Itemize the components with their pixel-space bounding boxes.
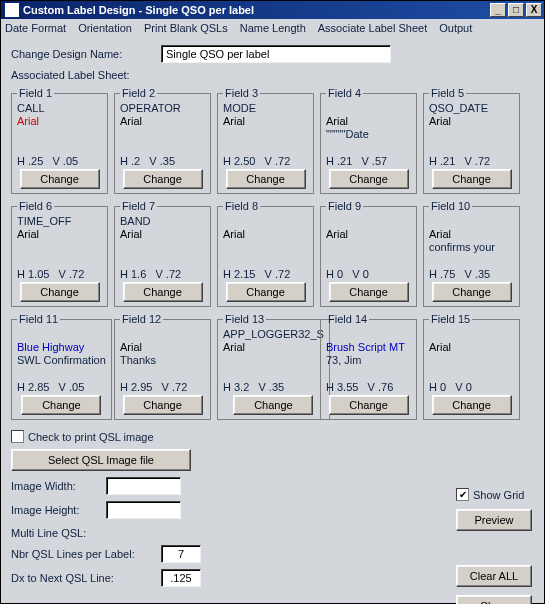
field-7: Field 7BANDArialH 1.6 V .72Change bbox=[114, 200, 211, 307]
menu-date-format[interactable]: Date Format bbox=[5, 22, 66, 34]
field-hv: H .21 V .57 bbox=[326, 155, 411, 167]
field-font: Arial bbox=[120, 228, 205, 241]
check-qsl-image[interactable]: Check to print QSL image bbox=[11, 430, 154, 443]
nbr-lines-input[interactable] bbox=[161, 545, 201, 563]
field-hv: H .25 V .05 bbox=[17, 155, 102, 167]
design-name-label: Change Design Name: bbox=[11, 48, 161, 60]
change-button[interactable]: Change bbox=[123, 395, 203, 415]
window-title: Custom Label Design - Single QSO per lab… bbox=[23, 4, 254, 16]
field-hv: H .2 V .35 bbox=[120, 155, 205, 167]
field-line1: TIME_OFF bbox=[17, 215, 102, 228]
field-line1 bbox=[326, 328, 411, 341]
change-button[interactable]: Change bbox=[329, 395, 409, 415]
app-icon bbox=[5, 3, 19, 17]
field-legend: Field 8 bbox=[223, 200, 260, 212]
change-button[interactable]: Change bbox=[123, 169, 203, 189]
field-line1: APP_LOGGER32_S bbox=[223, 328, 324, 341]
menubar: Date Format Orientation Print Blank QSLs… bbox=[1, 19, 544, 37]
menu-name-length[interactable]: Name Length bbox=[240, 22, 306, 34]
window: Custom Label Design - Single QSO per lab… bbox=[0, 0, 545, 604]
minimize-button[interactable]: _ bbox=[490, 3, 506, 17]
field-line1: CALL bbox=[17, 102, 102, 115]
multi-line-qsl-label: Multi Line QSL: bbox=[11, 527, 86, 539]
preview-button[interactable]: Preview bbox=[456, 509, 532, 531]
field-hv: H 3.55 V .76 bbox=[326, 381, 411, 393]
change-button[interactable]: Change bbox=[432, 282, 512, 302]
change-button[interactable]: Change bbox=[226, 282, 306, 302]
field-extra bbox=[17, 128, 102, 141]
nbr-lines-label: Nbr QSL Lines per Label: bbox=[11, 548, 161, 560]
change-button[interactable]: Change bbox=[226, 169, 306, 189]
menu-associate-label-sheet[interactable]: Associate Label Sheet bbox=[318, 22, 427, 34]
field-line1 bbox=[429, 328, 514, 341]
menu-print-blank-qsls[interactable]: Print Blank QSLs bbox=[144, 22, 228, 34]
dx-next-line-label: Dx to Next QSL Line: bbox=[11, 572, 161, 584]
field-1: Field 1CALLArialH .25 V .05Change bbox=[11, 87, 108, 194]
field-8: Field 8ArialH 2.15 V .72Change bbox=[217, 200, 314, 307]
show-grid-label: Show Grid bbox=[473, 489, 524, 501]
field-hv: H 3.2 V .35 bbox=[223, 381, 324, 393]
change-button[interactable]: Change bbox=[21, 395, 101, 415]
field-extra bbox=[223, 241, 308, 254]
field-font: Brush Script MT bbox=[326, 341, 411, 354]
image-height-label: Image Height: bbox=[11, 504, 106, 516]
field-6: Field 6TIME_OFFArialH 1.05 V .72Change bbox=[11, 200, 108, 307]
field-font: Arial bbox=[17, 228, 102, 241]
image-width-input[interactable] bbox=[106, 477, 181, 495]
change-button[interactable]: Change bbox=[432, 395, 512, 415]
change-button[interactable]: Change bbox=[329, 169, 409, 189]
field-legend: Field 1 bbox=[17, 87, 54, 99]
design-name-input[interactable] bbox=[161, 45, 391, 63]
change-button[interactable]: Change bbox=[233, 395, 313, 415]
field-font: Arial bbox=[120, 341, 205, 354]
close-button[interactable]: Close bbox=[456, 595, 532, 604]
content: Change Design Name: Associated Label She… bbox=[1, 37, 544, 603]
field-extra bbox=[17, 241, 102, 254]
field-legend: Field 3 bbox=[223, 87, 260, 99]
image-height-input[interactable] bbox=[106, 501, 181, 519]
field-15: Field 15ArialH 0 V 0Change bbox=[423, 313, 520, 420]
field-14: Field 14Brush Script MT73, JimH 3.55 V .… bbox=[320, 313, 417, 420]
field-font: Arial bbox=[429, 115, 514, 128]
maximize-button[interactable]: □ bbox=[508, 3, 524, 17]
field-hv: H 2.50 V .72 bbox=[223, 155, 308, 167]
field-legend: Field 14 bbox=[326, 313, 369, 325]
field-line1: OPERATOR bbox=[120, 102, 205, 115]
field-font: Arial bbox=[429, 341, 514, 354]
change-button[interactable]: Change bbox=[432, 169, 512, 189]
field-extra bbox=[429, 354, 514, 367]
dx-next-line-input[interactable] bbox=[161, 569, 201, 587]
field-font: Arial bbox=[223, 115, 308, 128]
field-10: Field 10Arialconfirms yourH .75 V .35Cha… bbox=[423, 200, 520, 307]
field-hv: H 2.85 V .05 bbox=[17, 381, 106, 393]
field-hv: H .21 V .72 bbox=[429, 155, 514, 167]
field-line1 bbox=[326, 215, 411, 228]
select-qsl-image-button[interactable]: Select QSL Image file bbox=[11, 449, 191, 471]
field-5: Field 5QSO_DATEArialH .21 V .72Change bbox=[423, 87, 520, 194]
change-button[interactable]: Change bbox=[20, 169, 100, 189]
menu-output[interactable]: Output bbox=[439, 22, 472, 34]
clear-all-button[interactable]: Clear ALL bbox=[456, 565, 532, 587]
field-line1 bbox=[223, 215, 308, 228]
field-13: Field 13APP_LOGGER32_SArialH 3.2 V .35Ch… bbox=[217, 313, 330, 420]
field-legend: Field 11 bbox=[17, 313, 60, 325]
change-button[interactable]: Change bbox=[20, 282, 100, 302]
menu-orientation[interactable]: Orientation bbox=[78, 22, 132, 34]
field-12: Field 12ArialThanksH 2.95 V .72Change bbox=[114, 313, 211, 420]
field-font: Arial bbox=[223, 341, 324, 354]
field-legend: Field 10 bbox=[429, 200, 472, 212]
close-window-button[interactable]: X bbox=[526, 3, 542, 17]
field-font: Arial bbox=[17, 115, 102, 128]
field-4: Field 4Arial"""""DateH .21 V .57Change bbox=[320, 87, 417, 194]
field-legend: Field 5 bbox=[429, 87, 466, 99]
change-button[interactable]: Change bbox=[329, 282, 409, 302]
field-3: Field 3MODEArialH 2.50 V .72Change bbox=[217, 87, 314, 194]
field-legend: Field 6 bbox=[17, 200, 54, 212]
field-extra: 73, Jim bbox=[326, 354, 411, 367]
field-extra: SWL Confirmation bbox=[17, 354, 106, 367]
field-line1 bbox=[326, 102, 411, 115]
field-extra bbox=[223, 128, 308, 141]
change-button[interactable]: Change bbox=[123, 282, 203, 302]
assoc-sheet-label: Associated Label Sheet: bbox=[11, 69, 130, 81]
show-grid-checkbox[interactable]: ✔ Show Grid bbox=[456, 488, 524, 501]
